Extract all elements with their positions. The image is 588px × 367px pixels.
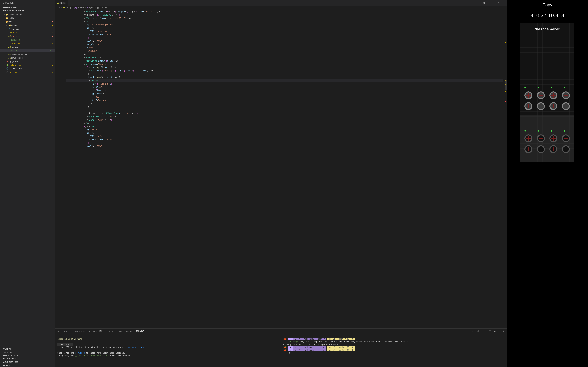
coords-readout: 9.753 : 10.318	[530, 13, 564, 18]
file-tree: ›📁node_modules›📁public⌄📂src›📁assets#App.…	[0, 12, 56, 347]
tree-item-package-json[interactable]: ⬢package.jsonM	[0, 63, 56, 67]
m5stack-section[interactable]: ›M5STACK DEVICE	[0, 354, 56, 357]
maximize-panel-icon[interactable]: ︿	[499, 330, 501, 332]
tab-rackjs[interactable]: JS rack.js	[56, 0, 68, 6]
brand-label: theshoemaker	[520, 27, 574, 31]
azure-section[interactable]: ›AZURE IOT HUB	[0, 360, 56, 364]
tab-bar: JS rack.js ✕ ⋯	[56, 0, 507, 6]
maven-section[interactable]: ›MAVEN	[0, 364, 56, 367]
bottom-panel: SQL CONSOLE COMMENTS PROBLEMS2 OUTPUT DE…	[56, 328, 507, 367]
js-file-icon: JS	[63, 6, 65, 9]
compare-icon[interactable]	[483, 2, 485, 4]
explorer-title: EXPLORER	[3, 2, 14, 4]
tree-item-public[interactable]: ›📁public	[0, 16, 56, 20]
split-terminal-icon[interactable]	[489, 330, 491, 332]
chevron-right-icon: ›	[1, 6, 3, 8]
editor-area: JS rack.js ✕ ⋯ src› JSrack.js› {✱}Module…	[56, 0, 507, 367]
kill-terminal-icon[interactable]	[494, 330, 496, 332]
terminal-output[interactable]: 🍎 ▶ ~/ / /rack-module-editor on ⎇ ᚠ mast…	[281, 334, 507, 367]
tree-item-assets[interactable]: ›📁assets	[0, 24, 56, 27]
close-tab-icon[interactable]: ✕	[498, 2, 500, 4]
module-icon: {✱}	[74, 6, 77, 9]
svg-rect-1	[493, 2, 495, 4]
tab-comments[interactable]: COMMENTS	[74, 330, 84, 332]
tree-item-readme-md[interactable]: ⓘREADME.md	[0, 67, 56, 70]
scrollbar-thumb[interactable]	[505, 80, 507, 90]
tree-item-index-css[interactable]: #index.cssM	[0, 42, 56, 45]
outline-section[interactable]: ›OUTLINE	[0, 347, 56, 350]
preview-pane: Copy 9.753 : 10.318 theshoemaker	[507, 0, 588, 367]
close-panel-icon[interactable]: ✕	[503, 330, 505, 332]
explorer-more-icon[interactable]: ⋯	[50, 1, 53, 4]
tree-item--gitignore[interactable]: ◆.gitignore	[0, 59, 56, 63]
js-file-icon: JS	[57, 2, 59, 4]
tree-item-rack-js[interactable]: JSrack.js1, U	[0, 49, 56, 52]
new-terminal-icon[interactable]: ＋	[484, 330, 486, 332]
breadcrumb[interactable]: src› JSrack.js› {✱}Module› ⊘lights.map()…	[56, 6, 507, 9]
timeline-section[interactable]: ›TIMELINE	[0, 350, 56, 354]
gutter	[56, 9, 65, 328]
tree-item-app-js[interactable]: JSApp.jsM	[0, 31, 56, 34]
tab-problems[interactable]: PROBLEMS2	[88, 330, 102, 332]
preview-title: Copy	[542, 2, 552, 7]
callback-icon: ⊘	[87, 6, 88, 9]
chevron-down-icon: ⌄	[1, 9, 3, 12]
tab-more-icon[interactable]: ⋯	[502, 2, 504, 4]
open-editors-section[interactable]: › OPEN EDITORS	[0, 6, 56, 9]
tab-output[interactable]: OUTPUT	[106, 330, 113, 332]
diff-icon[interactable]	[488, 2, 490, 4]
tree-item-data-json[interactable]: { }data.jsonU	[0, 38, 56, 42]
code-editor[interactable]: <Background width={width} height={height…	[65, 9, 503, 328]
tree-item-serviceworker-js[interactable]: JSserviceWorker.js	[0, 52, 56, 56]
tree-item-setuptests-js[interactable]: JSsetupTests.js	[0, 56, 56, 59]
split-editor-icon[interactable]	[493, 2, 495, 4]
tree-item-app-css[interactable]: #App.css	[0, 27, 56, 31]
tree-item-node-modules[interactable]: ›📁node_modules	[0, 13, 56, 16]
module-preview[interactable]: theshoemaker	[520, 23, 574, 162]
tab-sql-console[interactable]: SQL CONSOLE	[58, 330, 70, 332]
terminal-selector[interactable]: 1: node, zsh ⌄	[470, 330, 482, 332]
tree-item-src[interactable]: ⌄📂src	[0, 20, 56, 24]
tree-item-app-test-js[interactable]: JSApp.test.js1, M	[0, 34, 56, 38]
tab-label: rack.js	[60, 2, 67, 4]
tree-item-index-js[interactable]: JSindex.js	[0, 45, 56, 49]
explorer-sidebar: EXPLORER ⋯ › OPEN EDITORS ⌄ RACK-MODULE-…	[0, 0, 56, 367]
tab-terminal[interactable]: TERMINAL	[136, 330, 145, 332]
dependencies-section[interactable]: ›DEPENDENCIES	[0, 357, 56, 360]
tree-item-yarn-lock[interactable]: ⬡yarn.lockM	[0, 70, 56, 74]
project-section[interactable]: ⌄ RACK-MODULE-EDITOR	[0, 9, 56, 12]
build-output[interactable]: Compiled with warnings. ./src/rack.js Li…	[56, 334, 281, 367]
tab-debug-console[interactable]: DEBUG CONSOLE	[117, 330, 133, 332]
